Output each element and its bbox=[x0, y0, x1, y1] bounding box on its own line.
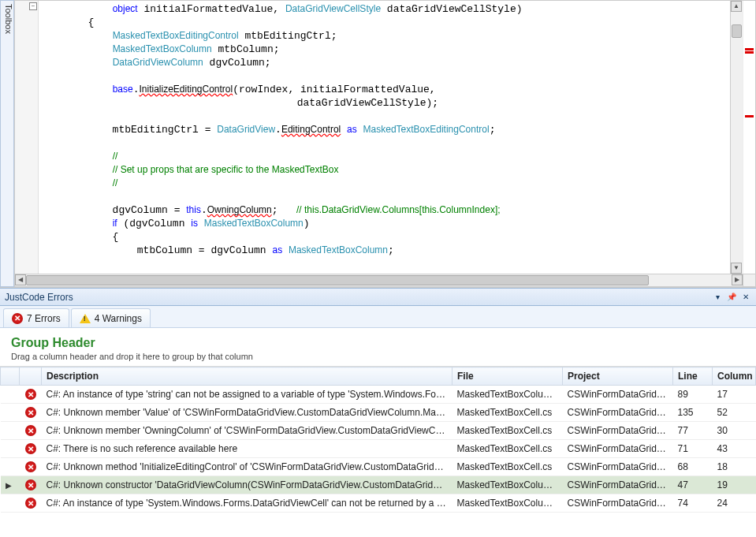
cell-column: 18 bbox=[713, 458, 756, 476]
cell-project: CSWinFormDataGridView bbox=[563, 494, 673, 513]
error-icon: ✕ bbox=[24, 388, 37, 401]
group-drop-area[interactable]: Group Header Drag a column header and dr… bbox=[0, 328, 756, 367]
toolbox-tab[interactable]: Toolbox bbox=[0, 0, 14, 287]
close-icon[interactable]: ✕ bbox=[740, 292, 751, 303]
code-gutter: − bbox=[15, 1, 39, 274]
cell-column: 30 bbox=[713, 422, 756, 440]
cell-line: 74 bbox=[673, 494, 713, 513]
scroll-right-button[interactable]: ▶ bbox=[732, 274, 743, 285]
errors-tab[interactable]: ✕ 7 Errors bbox=[3, 308, 69, 327]
error-icon: ✕ bbox=[24, 497, 37, 509]
warning-icon bbox=[80, 313, 91, 324]
cell-line: 135 bbox=[673, 404, 713, 422]
scroll-left-button[interactable]: ◀ bbox=[15, 274, 26, 285]
cell-project: CSWinFormDataGridView bbox=[563, 422, 673, 440]
cell-description: C#: An instance of type 'string' can not… bbox=[42, 386, 452, 404]
cell-file: MaskedTextBoxCell.cs bbox=[452, 404, 563, 422]
column-indicator[interactable] bbox=[1, 367, 20, 386]
cell-description: C#: Unknown method 'InitializeEditingCon… bbox=[42, 458, 452, 476]
cell-file: MaskedTextBoxColumn.cs bbox=[452, 494, 563, 513]
cell-file: MaskedTextBoxCell.cs bbox=[452, 422, 563, 440]
pin-icon[interactable]: 📌 bbox=[726, 292, 737, 303]
error-icon: ✕ bbox=[12, 313, 23, 324]
cell-project: CSWinFormDataGridView bbox=[563, 458, 673, 476]
cell-project: CSWinFormDataGridView bbox=[563, 404, 673, 422]
cell-line: 47 bbox=[673, 476, 713, 494]
group-header-hint: Drag a column header and drop it here to… bbox=[11, 352, 745, 361]
warnings-tab-label: 4 Warnings bbox=[95, 313, 142, 324]
table-row[interactable]: ✕C#: An instance of type 'string' can no… bbox=[1, 386, 756, 404]
column-file[interactable]: File bbox=[452, 367, 563, 386]
table-row[interactable]: ✕C#: Unknown member 'OwningColumn' of 'C… bbox=[1, 422, 756, 440]
cell-column: 43 bbox=[713, 440, 756, 458]
cell-project: CSWinFormDataGridView bbox=[563, 440, 673, 458]
column-description[interactable]: Description bbox=[42, 367, 452, 386]
cell-column: 17 bbox=[713, 386, 756, 404]
error-icon: ✕ bbox=[24, 461, 37, 473]
column-column[interactable]: Column bbox=[713, 367, 756, 386]
scroll-corner bbox=[743, 274, 755, 286]
scroll-down-button[interactable]: ▼ bbox=[731, 263, 742, 274]
column-icon[interactable] bbox=[20, 367, 42, 386]
code-editor[interactable]: − object initialFormattedValue, DataGrid… bbox=[14, 0, 756, 287]
cell-project: CSWinFormDataGridView bbox=[563, 386, 673, 404]
table-row[interactable]: ✕C#: Unknown member 'Value' of 'CSWinFor… bbox=[1, 404, 756, 422]
error-marker[interactable] bbox=[745, 51, 754, 54]
table-row[interactable]: ✕C#: There is no such reference availabl… bbox=[1, 440, 756, 458]
horizontal-scrollbar[interactable]: ◀ ▶ bbox=[15, 274, 743, 286]
vertical-scrollbar[interactable]: ▲ ▼ bbox=[730, 1, 743, 274]
table-row[interactable]: ✕C#: Unknown method 'InitializeEditingCo… bbox=[1, 458, 756, 476]
cell-column: 52 bbox=[713, 404, 756, 422]
error-tabs: ✕ 7 Errors 4 Warnings bbox=[0, 306, 756, 328]
error-icon: ✕ bbox=[24, 424, 37, 437]
cell-column: 19 bbox=[713, 476, 756, 494]
errors-grid[interactable]: Description File Project Line Column ✕C#… bbox=[0, 367, 756, 537]
panel-title: JustCode Errors bbox=[5, 292, 73, 303]
group-header-title: Group Header bbox=[11, 336, 745, 350]
cell-description: C#: Unknown member 'Value' of 'CSWinForm… bbox=[42, 404, 452, 422]
panel-titlebar[interactable]: JustCode Errors ▾ 📌 ✕ bbox=[0, 289, 756, 306]
error-marker[interactable] bbox=[745, 48, 754, 50]
cell-description: C#: An instance of type 'System.Windows.… bbox=[42, 494, 452, 513]
errors-panel: JustCode Errors ▾ 📌 ✕ ✕ 7 Errors 4 Warni… bbox=[0, 288, 756, 537]
cell-line: 77 bbox=[673, 422, 713, 440]
cell-file: MaskedTextBoxCell.cs bbox=[452, 458, 563, 476]
cell-file: MaskedTextBoxColumn.cs bbox=[452, 386, 563, 404]
cell-description: C#: There is no such reference available… bbox=[42, 440, 452, 458]
fold-toggle[interactable]: − bbox=[29, 2, 37, 10]
column-line[interactable]: Line bbox=[673, 367, 713, 386]
dropdown-icon[interactable]: ▾ bbox=[712, 292, 723, 303]
column-project[interactable]: Project bbox=[563, 367, 673, 386]
current-row-indicator: ▶ bbox=[6, 481, 12, 490]
cell-description: C#: Unknown constructor 'DataGridViewCol… bbox=[42, 476, 452, 494]
cell-line: 71 bbox=[673, 440, 713, 458]
error-icon: ✕ bbox=[24, 406, 37, 419]
cell-file: MaskedTextBoxCell.cs bbox=[452, 440, 563, 458]
table-row[interactable]: ✕C#: An instance of type 'System.Windows… bbox=[1, 494, 756, 513]
error-icon: ✕ bbox=[24, 442, 37, 455]
error-icon: ✕ bbox=[24, 479, 37, 491]
error-marker[interactable] bbox=[745, 115, 754, 117]
overview-ruler[interactable] bbox=[743, 1, 755, 274]
cell-file: MaskedTextBoxColumn.cs bbox=[452, 476, 563, 494]
warnings-tab[interactable]: 4 Warnings bbox=[71, 308, 151, 327]
errors-tab-label: 7 Errors bbox=[27, 313, 61, 324]
cell-line: 89 bbox=[673, 386, 713, 404]
horizontal-scroll-thumb[interactable] bbox=[26, 275, 649, 285]
cell-column: 24 bbox=[713, 494, 756, 513]
cell-project: CSWinFormDataGridView bbox=[563, 476, 673, 494]
code-content[interactable]: object initialFormattedValue, DataGridVi… bbox=[39, 2, 730, 257]
table-row[interactable]: ▶✕C#: Unknown constructor 'DataGridViewC… bbox=[1, 476, 756, 494]
cell-line: 68 bbox=[673, 458, 713, 476]
cell-description: C#: Unknown member 'OwningColumn' of 'CS… bbox=[42, 422, 452, 440]
vertical-scroll-thumb[interactable] bbox=[732, 24, 742, 38]
scroll-up-button[interactable]: ▲ bbox=[731, 1, 742, 12]
